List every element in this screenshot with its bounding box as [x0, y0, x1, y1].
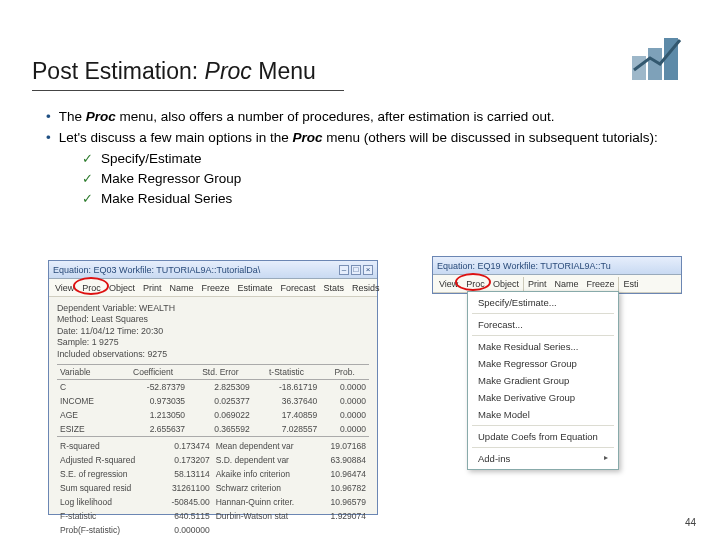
window-title: Equation: EQ19 Workfile: TUTORIAL9A::Tu [437, 261, 611, 271]
depvar-line: Dependent Variable: WEALTH [57, 303, 369, 314]
toolbar-print[interactable]: Print [139, 282, 166, 294]
sample-line: Sample: 1 9275 [57, 337, 369, 348]
stat-cell: 31261100 [158, 481, 213, 495]
table-cell: 0.0000 [320, 422, 369, 437]
window-controls: – □ × [339, 265, 373, 275]
table-cell: 0.0000 [320, 394, 369, 408]
stat-cell: S.E. of regression [57, 467, 158, 481]
table-cell: 0.069022 [188, 408, 253, 422]
toolbar-object[interactable]: Object [105, 282, 139, 294]
bullet-2: Let's discuss a few main options in the … [59, 129, 666, 148]
window-title: Equation: EQ03 Workfile: TUTORIAL9A::Tut… [53, 265, 260, 275]
menu-item-make-gradient-group[interactable]: Make Gradient Group [468, 372, 618, 389]
menu-divider [472, 335, 614, 336]
table-cell: -52.87379 [118, 380, 188, 395]
stat-cell: 0.000000 [158, 524, 213, 538]
menu-item-make-model[interactable]: Make Model [468, 406, 618, 423]
title-underline [32, 90, 344, 91]
stat-cell: Log likelihood [57, 496, 158, 510]
stat-cell: 640.5115 [158, 510, 213, 524]
table-cell: C [57, 380, 118, 395]
table-cell: 2.825309 [188, 380, 253, 395]
menu-divider [472, 447, 614, 448]
stat-cell: S.D. dependent var [213, 453, 318, 467]
sub-bullet-1: Specify/Estimate [101, 151, 202, 166]
table-cell: 0.0000 [320, 408, 369, 422]
incl-line: Included observations: 9275 [57, 349, 369, 360]
col-header: Prob. [320, 365, 369, 380]
table-cell: 0.0000 [320, 380, 369, 395]
table-cell: 0.025377 [188, 394, 253, 408]
menu-divider [472, 425, 614, 426]
equation-output: Dependent Variable: WEALTH Method: Least… [49, 297, 377, 540]
menu-item-make-regressor-group[interactable]: Make Regressor Group [468, 355, 618, 372]
bullet-block: • The Proc menu, also offers a number of… [46, 108, 666, 208]
window-toolbar: ViewProcObjectPrintNameFreezeEstimateFor… [49, 279, 377, 297]
close-icon[interactable]: × [363, 265, 373, 275]
table-cell: 36.37640 [253, 394, 321, 408]
col-header: t-Statistic [253, 365, 321, 380]
bullet-1: The Proc menu, also offers a number of p… [59, 108, 666, 127]
coefficients-table: VariableCoefficientStd. Errort-Statistic… [57, 364, 369, 437]
title-pre: Post Estimation: [32, 58, 205, 84]
stat-cell [213, 524, 318, 538]
toolbar-freeze[interactable]: Freeze [582, 278, 618, 290]
menu-item-forecast[interactable]: Forecast... [468, 316, 618, 333]
toolbar-object[interactable]: Object [489, 278, 523, 290]
minimize-icon[interactable]: – [339, 265, 349, 275]
toolbar-stats[interactable]: Stats [319, 282, 348, 294]
proc-dropdown-menu: Specify/Estimate...Forecast...Make Resid… [467, 291, 619, 470]
menu-divider [472, 313, 614, 314]
stat-cell: Durbin-Watson stat [213, 510, 318, 524]
table-cell: 1.213050 [118, 408, 188, 422]
title-post: Menu [252, 58, 316, 84]
table-cell: ESIZE [57, 422, 118, 437]
stat-cell: F-statistic [57, 510, 158, 524]
menu-item-make-residual-series[interactable]: Make Residual Series... [468, 338, 618, 355]
toolbar-forecast[interactable]: Forecast [276, 282, 319, 294]
toolbar-view[interactable]: View [51, 282, 78, 294]
method-line: Method: Least Squares [57, 314, 369, 325]
stat-cell: 10.96782 [318, 481, 369, 495]
stat-cell: 63.90884 [318, 453, 369, 467]
toolbar-esti[interactable]: Esti [619, 278, 642, 290]
menu-item-specify-estimate[interactable]: Specify/Estimate... [468, 294, 618, 311]
equation-window-left: Equation: EQ03 Workfile: TUTORIAL9A::Tut… [48, 260, 378, 515]
toolbar-resids[interactable]: Resids [348, 282, 384, 294]
toolbar-view[interactable]: View [435, 278, 462, 290]
col-header: Std. Error [188, 365, 253, 380]
stat-cell: 1.929074 [318, 510, 369, 524]
menu-item-make-derivative-group[interactable]: Make Derivative Group [468, 389, 618, 406]
stat-cell: Schwarz criterion [213, 481, 318, 495]
menu-item-update-coefs-from-equation[interactable]: Update Coefs from Equation [468, 428, 618, 445]
bullet-dot: • [46, 108, 51, 127]
toolbar-name[interactable]: Name [165, 282, 197, 294]
stat-cell: R-squared [57, 439, 158, 453]
col-header: Variable [57, 365, 118, 380]
stat-cell: Akaike info criterion [213, 467, 318, 481]
stat-cell: 0.173207 [158, 453, 213, 467]
page-number: 44 [685, 517, 696, 528]
stat-cell: Mean dependent var [213, 439, 318, 453]
brand-logo [632, 30, 692, 80]
menu-item-add-ins[interactable]: Add-ins [468, 450, 618, 467]
table-cell: 2.655637 [118, 422, 188, 437]
sub-bullet-2: Make Regressor Group [101, 171, 241, 186]
table-cell: 0.365592 [188, 422, 253, 437]
toolbar-estimate[interactable]: Estimate [233, 282, 276, 294]
stat-cell: Hannan-Quinn criter. [213, 496, 318, 510]
stat-cell: 10.96474 [318, 467, 369, 481]
stat-cell [318, 524, 369, 538]
stat-cell: 0.173474 [158, 439, 213, 453]
toolbar-proc[interactable]: Proc [78, 282, 105, 294]
check-icon: ✓ [82, 191, 93, 206]
maximize-icon[interactable]: □ [351, 265, 361, 275]
toolbar-print[interactable]: Print [524, 278, 551, 290]
stats-table: R-squared0.173474Mean dependent var19.07… [57, 439, 369, 537]
toolbar-freeze[interactable]: Freeze [197, 282, 233, 294]
stat-cell: Sum squared resid [57, 481, 158, 495]
toolbar-name[interactable]: Name [550, 278, 582, 290]
toolbar-proc[interactable]: Proc [462, 278, 489, 290]
date-line: Date: 11/04/12 Time: 20:30 [57, 326, 369, 337]
sub-bullet-3: Make Residual Series [101, 191, 232, 206]
